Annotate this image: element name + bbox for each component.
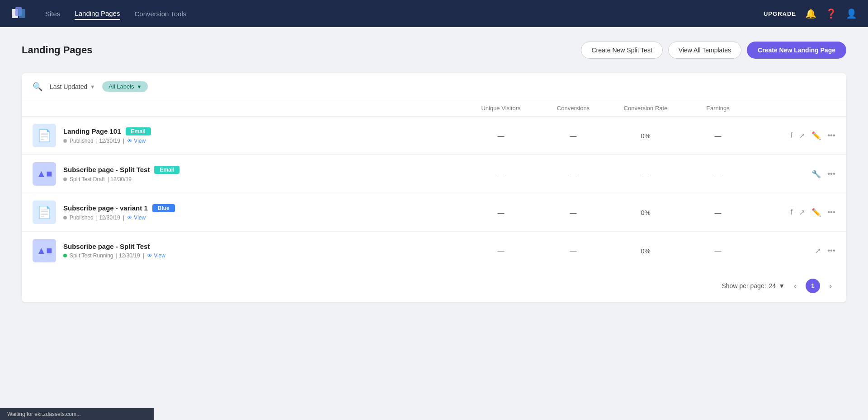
- row-status: Published: [70, 138, 94, 144]
- next-page-button[interactable]: ›: [826, 280, 835, 293]
- navbar-right: UPGRADE 🔔 ❓ 👤: [764, 8, 857, 19]
- per-page-selector[interactable]: Show per page: 24 ▼: [722, 282, 785, 289]
- row-meta: Subscribe page - variant 1 Blue Publishe…: [63, 204, 175, 221]
- help-icon[interactable]: ❓: [826, 8, 837, 19]
- cell-conversion-rate: 0%: [609, 132, 682, 140]
- row-thumbnail-split: ▲■: [33, 162, 56, 186]
- table-row: 📄 Subscribe page - variant 1 Blue Publis…: [22, 193, 846, 232]
- row-thumbnail-page: 📄: [33, 124, 56, 147]
- row-name-text: Subscribe page - Split Test: [63, 166, 150, 173]
- facebook-icon[interactable]: f: [790, 131, 793, 140]
- labels-chevron-icon: ▼: [137, 84, 142, 89]
- row-info: 📄 Subscribe page - variant 1 Blue Publis…: [33, 201, 465, 224]
- edit-icon[interactable]: ✏️: [811, 131, 821, 140]
- more-options-icon[interactable]: •••: [827, 246, 835, 255]
- cell-conversions: —: [537, 170, 609, 178]
- settings-icon[interactable]: 🔧: [811, 169, 821, 179]
- nav-sites[interactable]: Sites: [45, 8, 60, 19]
- row-meta: Subscribe page - Split Test Email Split …: [63, 166, 179, 182]
- page-title: Landing Pages: [22, 44, 581, 56]
- row-name: Subscribe page - Split Test Email: [63, 166, 179, 174]
- row-meta: Subscribe page - Split Test Split Test R…: [63, 243, 165, 259]
- per-page-value: 24: [769, 282, 776, 289]
- per-page-chevron-icon: ▼: [778, 282, 785, 289]
- labels-label: All Labels: [108, 83, 134, 90]
- create-landing-page-button[interactable]: Create New Landing Page: [747, 42, 846, 59]
- row-tag: Email: [126, 127, 151, 135]
- table-header: Unique Visitors Conversions Conversion R…: [22, 100, 846, 117]
- row-name-text: Landing Page 101: [63, 127, 121, 135]
- table-row: 📄 Landing Page 101 Email Published | 12/…: [22, 117, 846, 155]
- view-link[interactable]: 👁 View: [147, 252, 165, 259]
- row-sub: Split Test Running | 12/30/19 | 👁 View: [63, 252, 165, 259]
- row-date: | 12/30/19: [108, 176, 132, 182]
- row-actions: f↗✏️•••: [754, 208, 835, 217]
- notifications-icon[interactable]: 🔔: [805, 8, 816, 19]
- sort-chevron-icon: ▼: [90, 84, 95, 89]
- labels-filter-button[interactable]: All Labels ▼: [102, 81, 148, 92]
- prev-page-button[interactable]: ‹: [790, 280, 800, 293]
- cell-conversions: —: [537, 247, 609, 255]
- row-info: ▲■ Subscribe page - Split Test Split Tes…: [33, 239, 465, 262]
- col-earnings-header: Earnings: [682, 105, 754, 112]
- pagination-row: Show per page: 24 ▼ ‹ 1 ›: [22, 270, 846, 302]
- cell-conversion-rate: 0%: [609, 247, 682, 255]
- row-status: Published: [70, 215, 94, 221]
- create-split-test-button[interactable]: Create New Split Test: [581, 42, 662, 59]
- split-page-icon: ▲■: [36, 168, 52, 180]
- logo[interactable]: [11, 5, 27, 22]
- analytics-icon[interactable]: ↗: [799, 131, 805, 140]
- filter-row: 🔍 Last Updated ▼ All Labels ▼: [22, 73, 846, 100]
- row-info: 📄 Landing Page 101 Email Published | 12/…: [33, 124, 465, 147]
- svg-rect-2: [19, 9, 25, 18]
- row-actions: ↗•••: [754, 246, 835, 256]
- row-name: Subscribe page - variant 1 Blue: [63, 204, 175, 212]
- row-name: Landing Page 101 Email: [63, 127, 151, 135]
- cell-unique-visitors: —: [465, 170, 537, 178]
- analytics-icon[interactable]: ↗: [815, 246, 821, 256]
- cell-earnings: —: [682, 209, 754, 216]
- sort-label: Last Updated: [50, 83, 87, 90]
- row-date: | 12/30/19: [96, 215, 120, 221]
- current-page-number[interactable]: 1: [806, 279, 820, 293]
- col-name-header: [33, 105, 465, 112]
- upgrade-button[interactable]: UPGRADE: [764, 10, 796, 17]
- view-link[interactable]: 👁 View: [127, 215, 146, 221]
- row-sub: Split Test Draft | 12/30/19: [63, 176, 179, 182]
- search-icon[interactable]: 🔍: [33, 82, 42, 92]
- navbar: Sites Landing Pages Conversion Tools UPG…: [0, 0, 868, 27]
- cell-unique-visitors: —: [465, 209, 537, 216]
- page-icon: 📄: [37, 205, 52, 219]
- row-info: ▲■ Subscribe page - Split Test Email Spl…: [33, 162, 465, 186]
- col-conversions-header: Conversions: [537, 105, 609, 112]
- analytics-icon[interactable]: ↗: [799, 208, 805, 217]
- nav-landing-pages[interactable]: Landing Pages: [75, 8, 120, 20]
- facebook-icon[interactable]: f: [790, 208, 793, 217]
- cell-conversion-rate: 0%: [609, 209, 682, 216]
- cell-conversions: —: [537, 209, 609, 216]
- view-all-templates-button[interactable]: View All Templates: [668, 42, 741, 59]
- row-sub: Published | 12/30/19 | 👁 View: [63, 215, 175, 221]
- user-icon[interactable]: 👤: [846, 8, 857, 19]
- row-actions: f↗✏️•••: [754, 131, 835, 140]
- cell-earnings: —: [682, 247, 754, 255]
- row-meta: Landing Page 101 Email Published | 12/30…: [63, 127, 151, 144]
- nav-conversion-tools[interactable]: Conversion Tools: [134, 8, 186, 19]
- page-icon: 📄: [37, 129, 52, 143]
- table-rows: 📄 Landing Page 101 Email Published | 12/…: [22, 117, 846, 270]
- row-name-text: Subscribe page - variant 1: [63, 204, 148, 212]
- view-link[interactable]: 👁 View: [127, 138, 146, 144]
- cell-conversion-rate: —: [609, 170, 682, 178]
- page-header: Landing Pages Create New Split Test View…: [22, 42, 846, 59]
- more-options-icon[interactable]: •••: [827, 208, 835, 217]
- sort-filter-button[interactable]: Last Updated ▼: [50, 83, 95, 90]
- cell-unique-visitors: —: [465, 132, 537, 140]
- cell-unique-visitors: —: [465, 247, 537, 255]
- edit-icon[interactable]: ✏️: [811, 208, 821, 217]
- more-options-icon[interactable]: •••: [827, 131, 835, 140]
- cell-earnings: —: [682, 132, 754, 140]
- more-options-icon[interactable]: •••: [827, 169, 835, 178]
- col-conversion-rate-header: Conversion Rate: [609, 105, 682, 112]
- status-dot-icon: [63, 139, 67, 143]
- table-row: ▲■ Subscribe page - Split Test Email Spl…: [22, 155, 846, 193]
